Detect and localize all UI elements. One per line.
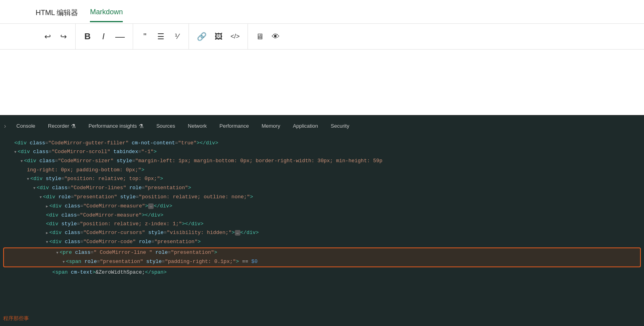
- code-line-2: <div class="CodeMirror-scroll" tabindex=…: [0, 148, 644, 157]
- code-button[interactable]: </>: [227, 29, 243, 44]
- strikethrough-button[interactable]: —: [112, 29, 128, 44]
- devtools-tab-application[interactable]: Application: [286, 115, 324, 137]
- numbered-list-button[interactable]: ⅟: [170, 29, 184, 44]
- devtools-tab-memory[interactable]: Memory: [255, 115, 286, 137]
- code-line-7: <div role="presentation" style="position…: [0, 193, 644, 202]
- bold-button[interactable]: B: [80, 29, 95, 44]
- link-button[interactable]: 🔗: [194, 29, 210, 44]
- code-panel: <div class="CodeMirror-gutter-filler" cm…: [0, 137, 644, 326]
- code-line-9: <div class="CodeMirror-measure"></div>: [0, 211, 644, 220]
- code-line-6: <div class="CodeMirror-lines" role="pres…: [0, 184, 644, 193]
- tab-markdown[interactable]: Markdown: [90, 8, 123, 22]
- toolbar-group-view: 🖥 👁: [248, 24, 288, 49]
- code-line-15: <span cm-text>&ZeroWidthSpace;</span>: [0, 268, 644, 277]
- code-line-3: <div class="CodeMirror-sizer" style="mar…: [0, 157, 644, 166]
- highlighted-code-block: <pre class=" CodeMirror-line " role="pre…: [3, 247, 641, 267]
- devtools-tab-performance[interactable]: Performance: [213, 115, 255, 137]
- code-line-10: <div style="position: relative; z-index:…: [0, 220, 644, 228]
- bullet-list-button[interactable]: ☰: [154, 29, 168, 44]
- devtools-bar: › Console Recorder ⚗ Performance insight…: [0, 115, 644, 137]
- devtools-tab-sources[interactable]: Sources: [150, 115, 182, 137]
- toolbar-group-history: ↩ ↪: [36, 24, 76, 49]
- toolbar-group-lists: " ☰ ⅟: [133, 24, 189, 49]
- code-line-13: <pre class=" CodeMirror-line " role="pre…: [4, 248, 640, 257]
- tab-html-editor[interactable]: HTML 编辑器: [36, 8, 78, 22]
- perf-insights-flask-icon: ⚗: [139, 123, 144, 129]
- toolbar-group-insert: 🔗 🖼 </>: [189, 24, 248, 49]
- screen-button[interactable]: 🖥: [253, 29, 267, 44]
- code-line-5: <div style="position: relative; top: 0px…: [0, 175, 644, 184]
- devtools-tab-security[interactable]: Security: [324, 115, 356, 137]
- toolbar-group-format: B I —: [76, 24, 133, 49]
- recorder-flask-icon: ⚗: [71, 123, 76, 129]
- editor-toolbar: ↩ ↪ B I — " ☰ ⅟ 🔗 🖼 </> 🖥 👁: [0, 24, 644, 50]
- redo-button[interactable]: ↪: [56, 29, 70, 44]
- devtools-tab-performance-insights[interactable]: Performance insights ⚗: [82, 115, 150, 137]
- blockquote-button[interactable]: ": [138, 29, 152, 44]
- watermark: 程序那些事: [3, 314, 29, 323]
- code-line-4: ing-right: 0px; padding-bottom: 0px;">: [0, 166, 644, 175]
- undo-button[interactable]: ↩: [40, 29, 55, 44]
- code-line-8: <div class="CodeMirror-measure">…</div>: [0, 202, 644, 211]
- devtools-tab-recorder[interactable]: Recorder ⚗: [42, 115, 82, 137]
- devtools-tab-network[interactable]: Network: [181, 115, 213, 137]
- code-line-11: <div class="CodeMirror-cursors" style="v…: [0, 228, 644, 238]
- code-line-14: <span role="presentation" style="padding…: [4, 257, 640, 267]
- devtools-tab-console[interactable]: Console: [10, 115, 42, 137]
- editor-area: HTML 编辑器 Markdown ↩ ↪ B I — " ☰ ⅟ 🔗 🖼 </…: [0, 0, 644, 115]
- devtools-tab-overflow[interactable]: ›: [0, 115, 10, 137]
- eye-button[interactable]: 👁: [269, 29, 283, 44]
- italic-button[interactable]: I: [96, 29, 111, 44]
- image-button[interactable]: 🖼: [211, 29, 226, 44]
- code-line-12: <div class="CodeMirror-code" role="prese…: [0, 238, 644, 247]
- editor-tabs: HTML 编辑器 Markdown: [0, 0, 644, 24]
- code-line-1: <div class="CodeMirror-gutter-filler" cm…: [0, 139, 644, 148]
- editor-content[interactable]: [0, 50, 644, 115]
